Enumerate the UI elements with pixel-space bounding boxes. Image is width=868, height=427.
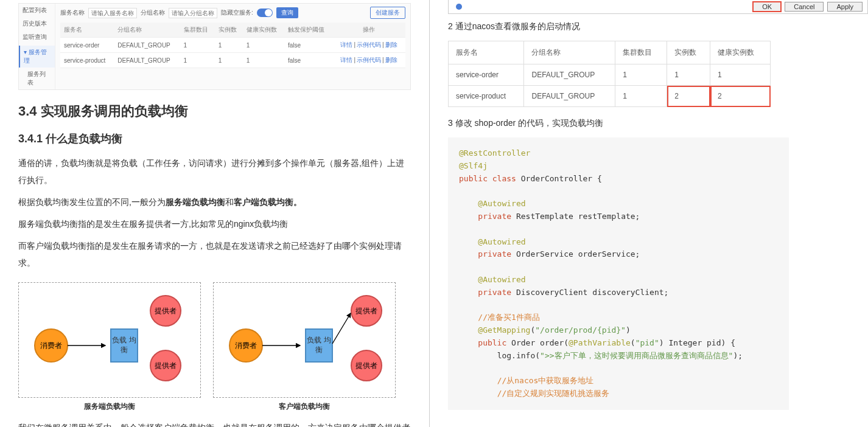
col: 分组名称	[524, 41, 615, 64]
load-balance-diagram: 消费者 负载 均衡 提供者 提供者 服务端负载均衡 消费者 负载 均衡 提供者 …	[18, 282, 411, 412]
service-table: 服务名 分组名称 集群数目 实例数 健康实例数 触发保护阈值 操作 servic…	[60, 23, 405, 68]
grp-input[interactable]	[169, 8, 217, 18]
subsection-heading: 3.4.1 什么是负载均衡	[18, 131, 411, 146]
delete-link[interactable]: 删除	[385, 57, 397, 63]
paragraph: 根据负载均衡发生位置的不同,一般分为服务端负载均衡和客户端负载均衡。	[18, 193, 411, 210]
highlighted-cell: 2	[710, 86, 771, 107]
svc-input[interactable]	[88, 8, 137, 18]
provider-node: 提供者	[150, 295, 181, 327]
cancel-button[interactable]: Cancel	[785, 2, 824, 12]
info-icon	[456, 4, 462, 10]
col: 实例数	[667, 41, 710, 64]
col: 触发保护阈值	[284, 23, 332, 38]
col: 服务名	[449, 41, 524, 64]
svg-line-2	[332, 313, 351, 344]
lb-node: 负载 均衡	[305, 328, 333, 363]
provider-node: 提供者	[351, 350, 382, 381]
highlighted-cell: 2	[667, 86, 710, 107]
hide-toggle[interactable]	[257, 9, 273, 17]
service-status-table: 服务名 分组名称 集群数目 实例数 健康实例数 service-order DE…	[448, 41, 771, 107]
detail-link[interactable]: 详情	[340, 41, 352, 48]
col: 分组名称	[114, 23, 180, 38]
query-button[interactable]: 查询	[276, 7, 298, 18]
table-row: service-order DEFAULT_GROUP 1 1 1 false …	[60, 38, 405, 53]
sidebar-item[interactable]: 服务管理	[24, 49, 47, 64]
provider-node: 提供者	[150, 350, 181, 381]
col: 集群数目	[615, 41, 667, 64]
sidebar-item[interactable]: 监听查询	[19, 30, 55, 44]
server-lb-diagram: 消费者 负载 均衡 提供者 提供者	[18, 282, 201, 398]
paragraph: 我们在微服务调用关系中一般会选择客户端负载均衡，也就是在服务调用的一方来决定服务…	[18, 419, 411, 427]
col: 集群数目	[180, 23, 215, 38]
ok-button[interactable]: OK	[753, 2, 781, 12]
diagram-label: 服务端负载均衡	[18, 401, 201, 412]
sidebar-item[interactable]: 配置列表	[19, 4, 55, 17]
nacos-sidebar: 配置列表 历史版本 监听查询 ▾ 服务管理 服务列表	[19, 4, 55, 89]
hide-label: 隐藏空服务:	[221, 9, 253, 17]
col: 服务名	[60, 23, 114, 38]
code-sample: @RestController @Slf4j public class Orde…	[448, 137, 789, 410]
col: 健康实例数	[710, 41, 771, 64]
dialog-button-bar: OK Cancel Apply	[448, 0, 868, 14]
paragraph: 服务端负载均衡指的是发生在服务提供者一方,比如常见的nginx负载均衡	[18, 215, 411, 232]
apply-button[interactable]: Apply	[827, 2, 863, 12]
step-3-text: 3 修改 shop-order 的代码，实现负载均衡	[448, 118, 868, 129]
grp-label: 分组名称	[141, 9, 165, 17]
sample-link[interactable]: 示例代码	[357, 57, 381, 63]
consumer-node: 消费者	[229, 328, 263, 363]
paragraph: 通俗的讲，负载均衡就是将负载（工作任务，访问请求）进行分摊到多个操作单元（服务器…	[18, 154, 411, 189]
paragraph: 而客户端负载均衡指的是发生在服务请求的一方，也就是在发送请求之前已经选好了由哪个…	[18, 237, 411, 271]
detail-link[interactable]: 详情	[340, 57, 352, 63]
table-row: service-product DEFAULT_GROUP 1 1 1 fals…	[60, 53, 405, 68]
nacos-console-screenshot: 配置列表 历史版本 监听查询 ▾ 服务管理 服务列表 服务名称 分组名称 隐藏空…	[18, 3, 411, 90]
lb-node: 负载 均衡	[110, 328, 138, 363]
table-row: service-product DEFAULT_GROUP 1 2 2	[449, 86, 771, 107]
filter-bar: 服务名称 分组名称 隐藏空服务: 查询 创建服务	[60, 7, 405, 19]
consumer-node: 消费者	[34, 328, 68, 363]
col: 健康实例数	[243, 23, 284, 38]
table-row: service-order DEFAULT_GROUP 1 1 1	[449, 64, 771, 86]
client-lb-diagram: 消费者 负载 均衡 提供者 提供者	[213, 282, 396, 398]
delete-link[interactable]: 删除	[385, 41, 397, 48]
diagram-label: 客户端负载均衡	[213, 401, 396, 412]
sidebar-item[interactable]: 历史版本	[19, 17, 55, 30]
col: 操作	[332, 23, 405, 38]
step-2-text: 2 通过nacos查看微服务的启动情况	[448, 21, 868, 32]
create-button[interactable]: 创建服务	[370, 7, 405, 19]
col: 实例数	[215, 23, 243, 38]
sidebar-item[interactable]: 服务列表	[19, 68, 55, 89]
svc-label: 服务名称	[60, 9, 85, 17]
section-heading: 3.4 实现服务调用的负载均衡	[18, 102, 411, 120]
sample-link[interactable]: 示例代码	[357, 41, 381, 48]
